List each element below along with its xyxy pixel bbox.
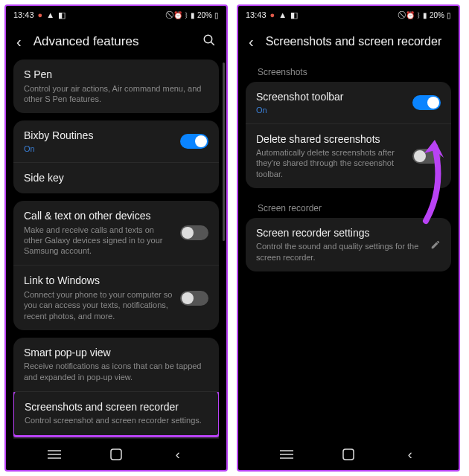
svg-rect-5	[111, 449, 121, 460]
app-icon: ◧	[58, 10, 66, 20]
signal-icon: ▮	[191, 11, 195, 19]
scrollbar[interactable]	[223, 62, 225, 241]
subtext: Connect your phone to your computer so y…	[24, 289, 173, 321]
recording-icon: ●	[38, 10, 43, 19]
row-direct-share[interactable]: Direct share On	[13, 437, 219, 439]
label: Screen recorder settings	[256, 227, 423, 240]
svg-point-0	[204, 35, 212, 43]
label: Link to Windows	[24, 274, 173, 288]
status-on: On	[24, 144, 173, 153]
status-bar: 13:43 ● ▲ ◧ ⃠ ⏰ ⧘ ▮ 20% ▯	[238, 6, 459, 24]
battery-percent: 20%	[430, 11, 444, 19]
nav-home-icon[interactable]	[109, 447, 124, 462]
back-icon[interactable]: ‹	[16, 33, 22, 51]
toggle-call-text[interactable]	[180, 225, 208, 240]
status-time: 13:43	[246, 10, 267, 19]
title-bar: ‹ Screenshots and screen recorder	[238, 24, 459, 60]
title-bar: ‹ Advanced features	[6, 24, 226, 60]
section-screen-recorder: Screen recorder	[246, 196, 451, 218]
nav-bar: ‹	[238, 439, 459, 470]
phone-screenshots-recorder: 13:43 ● ▲ ◧ ⃠ ⏰ ⧘ ▮ 20% ▯ ‹ Screenshots …	[237, 4, 460, 472]
camera-icon: ▲	[46, 10, 54, 19]
subtext: Control your air actions, Air command me…	[24, 83, 208, 105]
label: Bixby Routines	[24, 129, 173, 143]
row-call-text-other-devices[interactable]: Call & text on other devices Make and re…	[13, 201, 219, 265]
nav-home-icon[interactable]	[341, 447, 356, 462]
subtext: Control screenshot and screen recorder s…	[25, 415, 208, 425]
svg-rect-9	[343, 449, 354, 460]
nav-recents-icon[interactable]	[47, 447, 62, 462]
subtext: Control the sound and quality settings f…	[256, 241, 423, 263]
nav-back-icon[interactable]: ‹	[403, 447, 418, 462]
signal-icon: ▮	[423, 11, 427, 19]
row-s-pen[interactable]: S Pen Control your air actions, Air comm…	[13, 60, 219, 113]
row-delete-shared-screenshots[interactable]: Delete shared screenshots Automatically …	[246, 123, 451, 188]
search-icon[interactable]	[202, 33, 216, 50]
row-screen-recorder-settings[interactable]: Screen recorder settings Control the sou…	[246, 218, 451, 271]
alarm-icon: ⏰	[406, 11, 415, 19]
subtext: Automatically delete screenshots after t…	[256, 147, 405, 179]
phone-advanced-features: 13:43 ● ▲ ◧ ⃠ ⏰ ⧘ ▮ 20% ▯ ‹ Advanced fea…	[4, 4, 228, 472]
page-title: Advanced features	[34, 34, 191, 49]
wifi-icon: ⧘	[185, 11, 188, 19]
battery-percent: 20%	[197, 11, 212, 19]
status-time: 13:43	[13, 10, 34, 19]
label: Screenshot toolbar	[256, 91, 405, 104]
back-icon[interactable]: ‹	[249, 33, 254, 51]
toggle-bixby[interactable]	[180, 134, 208, 149]
row-side-key[interactable]: Side key	[13, 162, 219, 194]
app-icon: ◧	[290, 10, 298, 20]
camera-icon: ▲	[278, 10, 287, 19]
row-smart-popup-view[interactable]: Smart pop-up view Receive notifications …	[13, 338, 219, 391]
row-link-to-windows[interactable]: Link to Windows Connect your phone to yo…	[13, 265, 219, 329]
status-bar: 13:43 ● ▲ ◧ ⃠ ⏰ ⧘ ▮ 20% ▯	[6, 6, 226, 24]
toggle-screenshot-toolbar[interactable]	[412, 95, 441, 110]
label: Screenshots and screen recorder	[25, 401, 208, 414]
battery-icon: ▯	[447, 11, 451, 19]
row-bixby-routines[interactable]: Bixby Routines On	[13, 120, 219, 162]
svg-line-1	[211, 42, 214, 45]
nav-bar: ‹	[6, 439, 226, 470]
label: Side key	[24, 172, 208, 185]
recording-icon: ●	[270, 10, 275, 19]
row-screenshot-toolbar[interactable]: Screenshot toolbar On	[246, 82, 451, 123]
nav-recents-icon[interactable]	[279, 447, 294, 462]
wifi-icon: ⧘	[417, 11, 421, 19]
alarm-icon: ⏰	[173, 11, 182, 19]
toggle-link-windows[interactable]	[180, 291, 208, 306]
subtext: Receive notifications as icons that can …	[24, 361, 208, 382]
label: Smart pop-up view	[24, 347, 208, 360]
section-screenshots: Screenshots	[246, 60, 451, 82]
row-screenshots-and-recorder[interactable]: Screenshots and screen recorder Control …	[13, 391, 219, 437]
label: S Pen	[24, 68, 208, 82]
subtext: Make and receive calls and texts on othe…	[24, 225, 173, 257]
edit-icon	[430, 239, 441, 250]
toggle-delete-shared[interactable]	[412, 149, 441, 164]
label: Delete shared screenshots	[256, 133, 405, 147]
page-title: Screenshots and screen recorder	[266, 35, 448, 48]
battery-icon: ▯	[214, 11, 219, 19]
status-on: On	[256, 106, 405, 115]
label: Call & text on other devices	[24, 210, 173, 223]
nav-back-icon[interactable]: ‹	[170, 447, 185, 462]
